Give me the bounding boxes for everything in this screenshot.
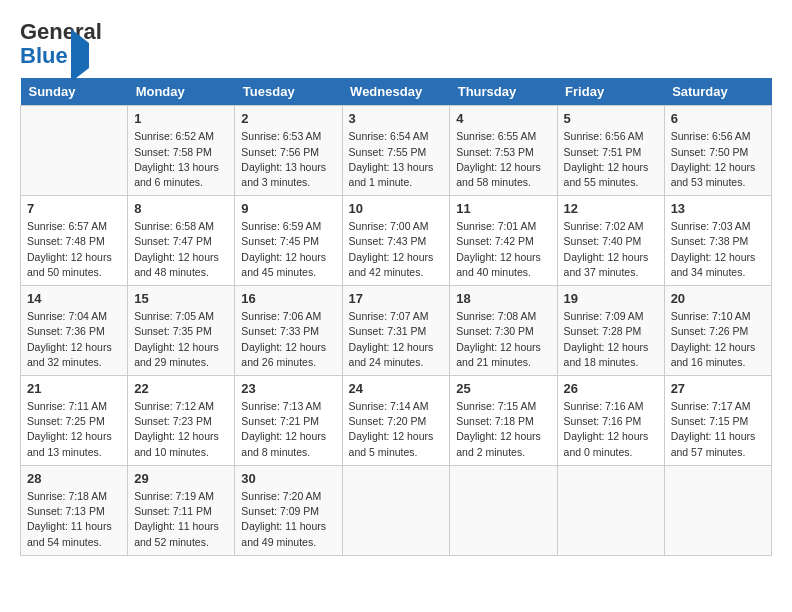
day-number: 22 [134,381,228,396]
day-info: Sunrise: 7:14 AM Sunset: 7:20 PM Dayligh… [349,399,444,460]
day-info: Sunrise: 7:06 AM Sunset: 7:33 PM Dayligh… [241,309,335,370]
day-info: Sunrise: 7:19 AM Sunset: 7:11 PM Dayligh… [134,489,228,550]
day-info: Sunrise: 7:01 AM Sunset: 7:42 PM Dayligh… [456,219,550,280]
day-number: 12 [564,201,658,216]
page-header: General Blue [20,20,772,68]
day-info: Sunrise: 7:15 AM Sunset: 7:18 PM Dayligh… [456,399,550,460]
calendar-cell [557,465,664,555]
day-info: Sunrise: 7:04 AM Sunset: 7:36 PM Dayligh… [27,309,121,370]
calendar-cell: 17Sunrise: 7:07 AM Sunset: 7:31 PM Dayli… [342,286,450,376]
calendar-cell: 8Sunrise: 6:58 AM Sunset: 7:47 PM Daylig… [128,196,235,286]
day-number: 14 [27,291,121,306]
day-info: Sunrise: 7:07 AM Sunset: 7:31 PM Dayligh… [349,309,444,370]
calendar-week-0: 1Sunrise: 6:52 AM Sunset: 7:58 PM Daylig… [21,106,772,196]
calendar-cell: 10Sunrise: 7:00 AM Sunset: 7:43 PM Dayli… [342,196,450,286]
calendar-cell: 26Sunrise: 7:16 AM Sunset: 7:16 PM Dayli… [557,376,664,466]
calendar-cell: 14Sunrise: 7:04 AM Sunset: 7:36 PM Dayli… [21,286,128,376]
day-number: 5 [564,111,658,126]
day-number: 24 [349,381,444,396]
day-info: Sunrise: 6:53 AM Sunset: 7:56 PM Dayligh… [241,129,335,190]
calendar-cell: 1Sunrise: 6:52 AM Sunset: 7:58 PM Daylig… [128,106,235,196]
logo-general: General [20,19,102,44]
calendar-cell: 2Sunrise: 6:53 AM Sunset: 7:56 PM Daylig… [235,106,342,196]
day-info: Sunrise: 7:00 AM Sunset: 7:43 PM Dayligh… [349,219,444,280]
day-info: Sunrise: 7:03 AM Sunset: 7:38 PM Dayligh… [671,219,765,280]
header-wednesday: Wednesday [342,78,450,106]
header-tuesday: Tuesday [235,78,342,106]
calendar-cell [21,106,128,196]
calendar-cell: 29Sunrise: 7:19 AM Sunset: 7:11 PM Dayli… [128,465,235,555]
calendar-body: 1Sunrise: 6:52 AM Sunset: 7:58 PM Daylig… [21,106,772,555]
day-number: 19 [564,291,658,306]
calendar-cell [664,465,771,555]
day-info: Sunrise: 6:57 AM Sunset: 7:48 PM Dayligh… [27,219,121,280]
day-number: 15 [134,291,228,306]
day-info: Sunrise: 6:56 AM Sunset: 7:51 PM Dayligh… [564,129,658,190]
day-info: Sunrise: 7:05 AM Sunset: 7:35 PM Dayligh… [134,309,228,370]
day-info: Sunrise: 7:16 AM Sunset: 7:16 PM Dayligh… [564,399,658,460]
day-number: 28 [27,471,121,486]
day-number: 1 [134,111,228,126]
calendar-cell: 21Sunrise: 7:11 AM Sunset: 7:25 PM Dayli… [21,376,128,466]
calendar-table: SundayMondayTuesdayWednesdayThursdayFrid… [20,78,772,555]
day-number: 23 [241,381,335,396]
header-friday: Friday [557,78,664,106]
day-info: Sunrise: 6:52 AM Sunset: 7:58 PM Dayligh… [134,129,228,190]
calendar-cell: 13Sunrise: 7:03 AM Sunset: 7:38 PM Dayli… [664,196,771,286]
calendar-week-1: 7Sunrise: 6:57 AM Sunset: 7:48 PM Daylig… [21,196,772,286]
header-saturday: Saturday [664,78,771,106]
calendar-cell: 19Sunrise: 7:09 AM Sunset: 7:28 PM Dayli… [557,286,664,376]
calendar-cell: 12Sunrise: 7:02 AM Sunset: 7:40 PM Dayli… [557,196,664,286]
logo: General Blue [20,20,102,68]
calendar-cell: 6Sunrise: 6:56 AM Sunset: 7:50 PM Daylig… [664,106,771,196]
calendar-cell: 18Sunrise: 7:08 AM Sunset: 7:30 PM Dayli… [450,286,557,376]
day-number: 8 [134,201,228,216]
header-thursday: Thursday [450,78,557,106]
calendar-cell: 11Sunrise: 7:01 AM Sunset: 7:42 PM Dayli… [450,196,557,286]
day-info: Sunrise: 6:58 AM Sunset: 7:47 PM Dayligh… [134,219,228,280]
day-info: Sunrise: 7:20 AM Sunset: 7:09 PM Dayligh… [241,489,335,550]
calendar-cell: 16Sunrise: 7:06 AM Sunset: 7:33 PM Dayli… [235,286,342,376]
day-number: 27 [671,381,765,396]
calendar-cell: 23Sunrise: 7:13 AM Sunset: 7:21 PM Dayli… [235,376,342,466]
calendar-cell: 22Sunrise: 7:12 AM Sunset: 7:23 PM Dayli… [128,376,235,466]
day-info: Sunrise: 7:12 AM Sunset: 7:23 PM Dayligh… [134,399,228,460]
calendar-header-row: SundayMondayTuesdayWednesdayThursdayFrid… [21,78,772,106]
header-monday: Monday [128,78,235,106]
day-number: 10 [349,201,444,216]
calendar-cell: 24Sunrise: 7:14 AM Sunset: 7:20 PM Dayli… [342,376,450,466]
day-number: 20 [671,291,765,306]
day-number: 29 [134,471,228,486]
day-info: Sunrise: 6:56 AM Sunset: 7:50 PM Dayligh… [671,129,765,190]
day-number: 21 [27,381,121,396]
calendar-cell: 3Sunrise: 6:54 AM Sunset: 7:55 PM Daylig… [342,106,450,196]
day-info: Sunrise: 7:11 AM Sunset: 7:25 PM Dayligh… [27,399,121,460]
day-number: 17 [349,291,444,306]
day-number: 3 [349,111,444,126]
day-number: 7 [27,201,121,216]
day-number: 2 [241,111,335,126]
calendar-week-4: 28Sunrise: 7:18 AM Sunset: 7:13 PM Dayli… [21,465,772,555]
day-info: Sunrise: 7:17 AM Sunset: 7:15 PM Dayligh… [671,399,765,460]
day-number: 13 [671,201,765,216]
day-number: 9 [241,201,335,216]
calendar-cell: 20Sunrise: 7:10 AM Sunset: 7:26 PM Dayli… [664,286,771,376]
day-number: 18 [456,291,550,306]
day-number: 6 [671,111,765,126]
day-number: 16 [241,291,335,306]
calendar-cell: 15Sunrise: 7:05 AM Sunset: 7:35 PM Dayli… [128,286,235,376]
calendar-cell: 27Sunrise: 7:17 AM Sunset: 7:15 PM Dayli… [664,376,771,466]
day-number: 4 [456,111,550,126]
day-number: 11 [456,201,550,216]
calendar-week-3: 21Sunrise: 7:11 AM Sunset: 7:25 PM Dayli… [21,376,772,466]
calendar-cell: 28Sunrise: 7:18 AM Sunset: 7:13 PM Dayli… [21,465,128,555]
day-info: Sunrise: 7:18 AM Sunset: 7:13 PM Dayligh… [27,489,121,550]
calendar-cell: 5Sunrise: 6:56 AM Sunset: 7:51 PM Daylig… [557,106,664,196]
day-number: 26 [564,381,658,396]
calendar-cell [450,465,557,555]
logo-arrow-icon [71,29,89,82]
calendar-cell: 7Sunrise: 6:57 AM Sunset: 7:48 PM Daylig… [21,196,128,286]
day-info: Sunrise: 6:54 AM Sunset: 7:55 PM Dayligh… [349,129,444,190]
day-info: Sunrise: 7:02 AM Sunset: 7:40 PM Dayligh… [564,219,658,280]
logo-blue: Blue [20,43,68,68]
